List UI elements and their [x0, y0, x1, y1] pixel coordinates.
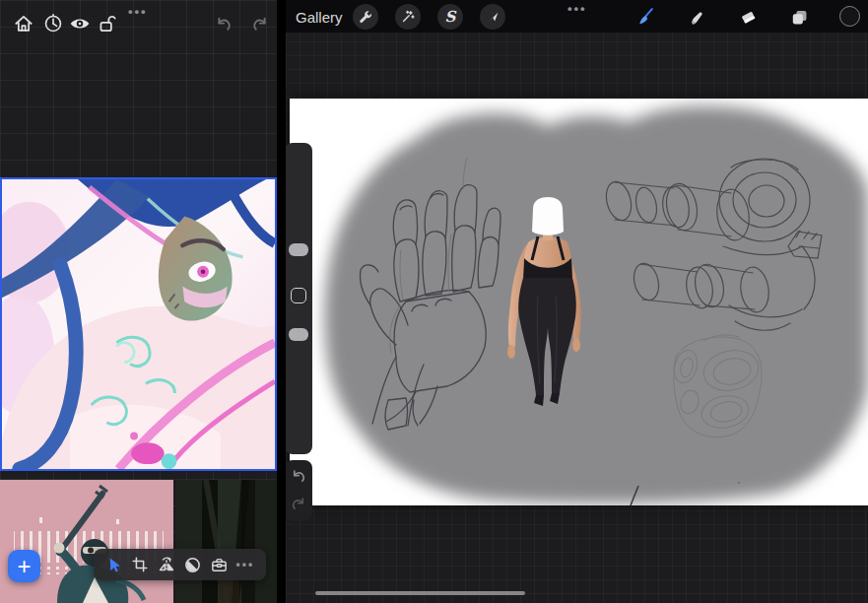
more-icon[interactable]: •••	[236, 559, 255, 570]
canvas-artwork	[290, 99, 868, 505]
adjustments-icon[interactable]	[395, 4, 421, 30]
smudge-icon[interactable]	[685, 5, 708, 29]
reference-image-dark[interactable]	[176, 480, 277, 603]
crop-icon[interactable]	[131, 556, 149, 573]
split-view-handle[interactable]: •••	[128, 5, 148, 18]
brush-size-slider[interactable]	[289, 243, 308, 256]
screen: •••	[0, 0, 868, 603]
eraser-icon[interactable]	[736, 5, 760, 29]
redo-icon[interactable]	[289, 494, 308, 513]
artwork-dark-photo	[176, 480, 277, 603]
undo-icon[interactable]	[212, 12, 235, 35]
add-button[interactable]: +	[8, 550, 40, 582]
toolbox-icon[interactable]	[210, 556, 229, 574]
eye-icon[interactable]	[68, 12, 92, 35]
dial-icon[interactable]	[41, 12, 65, 35]
procreate-top-bar: Gallery S •••	[286, 0, 868, 34]
opacity-slider[interactable]	[289, 328, 308, 341]
selection-icon[interactable]: S	[437, 4, 463, 30]
modify-button[interactable]	[291, 288, 306, 303]
reference-image-guitar[interactable]	[0, 480, 173, 603]
history-panel	[286, 460, 312, 521]
redo-icon[interactable]	[248, 12, 272, 35]
home-indicator[interactable]	[315, 591, 525, 595]
color-swatch[interactable]	[839, 6, 860, 27]
wrench-icon[interactable]	[353, 4, 378, 30]
unlock-icon[interactable]	[96, 12, 119, 35]
sidebar	[286, 143, 312, 454]
undo-icon[interactable]	[289, 466, 308, 486]
brush-icon[interactable]	[634, 5, 657, 29]
home-icon[interactable]	[12, 12, 35, 35]
contrast-icon[interactable]	[183, 556, 202, 574]
artwork-character-with-rifle	[0, 480, 173, 603]
procreate-app: Gallery S •••	[286, 0, 868, 603]
split-view-handle[interactable]: •••	[568, 2, 587, 15]
flip-icon[interactable]	[157, 555, 176, 574]
artwork-character-portrait	[2, 179, 275, 469]
add-button-label: +	[17, 555, 31, 578]
reference-image-selected[interactable]	[0, 177, 277, 471]
selection-glyph: S	[445, 8, 456, 26]
split-view-divider[interactable]	[277, 0, 286, 603]
canvas[interactable]	[290, 99, 868, 505]
gallery-button[interactable]: Gallery	[296, 9, 343, 26]
reference-app: •••	[0, 0, 277, 603]
selection-toolbar: •••	[94, 549, 266, 580]
cursor-icon[interactable]	[105, 556, 124, 574]
layers-icon[interactable]	[787, 5, 811, 29]
transform-icon[interactable]	[480, 4, 505, 30]
